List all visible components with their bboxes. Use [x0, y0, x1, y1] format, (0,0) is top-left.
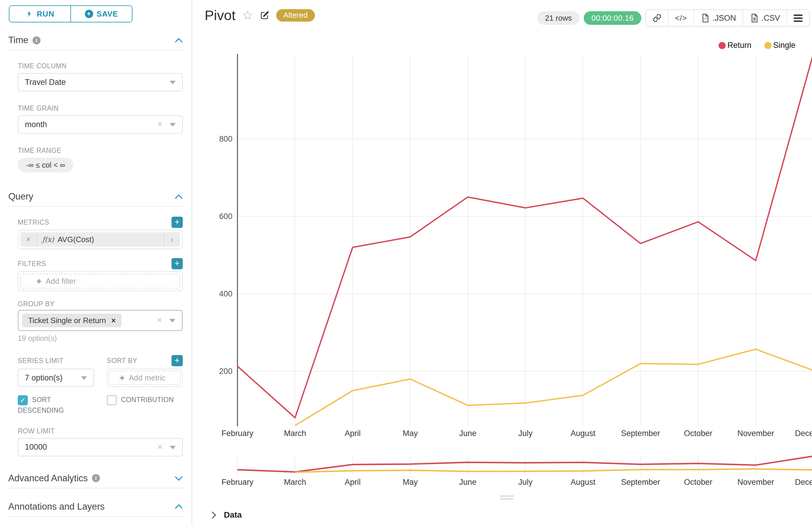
clear-icon[interactable]: ×: [157, 315, 162, 326]
remove-tag-icon[interactable]: ×: [111, 316, 116, 325]
group-by-select[interactable]: Ticket Single or Return × ×: [18, 310, 183, 331]
checkbox-unchecked-icon[interactable]: [107, 395, 117, 405]
divider: [8, 516, 184, 517]
more-options-button[interactable]: [786, 10, 809, 26]
add-filter-dropzone[interactable]: + Add filter: [20, 274, 180, 288]
time-range-label: TIME RANGE: [18, 147, 192, 155]
csv-file-icon: [750, 13, 759, 23]
group-by-tag-label: Ticket Single or Return: [28, 316, 106, 325]
time-column-select[interactable]: Travel Date: [18, 73, 183, 91]
svg-text:November: November: [737, 478, 774, 486]
add-metric-button[interactable]: +: [172, 217, 183, 228]
checkbox-checked-icon[interactable]: ✓: [18, 395, 28, 405]
legend-item-return[interactable]: Return: [719, 41, 751, 50]
clear-icon[interactable]: ×: [157, 119, 163, 130]
metric-value: AVG(Cost): [57, 235, 94, 244]
favorite-star-icon[interactable]: ☆: [242, 9, 253, 21]
row-limit-value: 10000: [25, 442, 47, 452]
query-timer-badge: 00:00:00.16: [584, 11, 641, 25]
section-header-time[interactable]: Time i: [8, 35, 184, 46]
svg-text:April: April: [344, 478, 360, 486]
remove-metric-icon[interactable]: ×: [20, 232, 37, 246]
svg-text:July: July: [518, 478, 533, 486]
brush-minichart[interactable]: FebruaryMarchAprilMayJuneJulyAugustSepte…: [207, 454, 812, 489]
run-button[interactable]: RUN: [10, 6, 70, 22]
query-section-title: Query: [8, 191, 33, 202]
section-header-annotations[interactable]: Annotations and Layers: [8, 501, 184, 512]
time-section-title: Time: [8, 35, 28, 46]
svg-text:</>: </>: [704, 17, 708, 20]
add-filter-button[interactable]: +: [172, 258, 183, 269]
run-save-button-group: RUN + SAVE: [9, 5, 132, 22]
section-header-query[interactable]: Query: [8, 191, 184, 202]
export-button-group: </> </> .JSON .CSV: [646, 10, 810, 27]
run-label: RUN: [37, 10, 54, 19]
chevron-down-icon[interactable]: [170, 123, 176, 126]
time-range-pill[interactable]: -∞ ≤ col < ∞: [18, 158, 73, 172]
chevron-down-icon[interactable]: [81, 376, 87, 380]
series-limit-select[interactable]: 7 option(s): [18, 369, 94, 387]
legend-dot-icon: [719, 42, 726, 49]
chart-legend: ReturnSingle: [719, 41, 795, 50]
chevron-right-icon: [209, 511, 216, 519]
resize-drag-handle[interactable]: [500, 495, 514, 499]
lightning-bolt-icon: [26, 10, 33, 18]
series-limit-value: 7 option(s): [25, 373, 63, 382]
export-csv-button[interactable]: .CSV: [742, 10, 786, 26]
svg-text:October: October: [684, 478, 712, 486]
svg-text:February: February: [221, 478, 254, 486]
chevron-down-icon[interactable]: [169, 319, 175, 322]
section-header-advanced-analytics[interactable]: Advanced Analytics i: [8, 473, 184, 484]
data-panel-toggle[interactable]: Data: [210, 510, 242, 520]
svg-text:July: July: [518, 429, 533, 438]
chevron-down-icon[interactable]: [170, 81, 176, 84]
clear-icon[interactable]: ×: [157, 441, 163, 452]
svg-text:August: August: [571, 429, 595, 438]
svg-text:September: September: [621, 478, 660, 486]
export-json-button[interactable]: </> .JSON: [693, 10, 742, 26]
chevron-right-icon[interactable]: ›: [163, 232, 180, 246]
svg-text:June: June: [459, 429, 477, 438]
json-file-icon: </>: [700, 13, 710, 23]
contribution-checkbox-item[interactable]: CONTRIBUTION: [107, 395, 174, 415]
time-grain-select[interactable]: month ×: [18, 115, 183, 134]
save-button[interactable]: + SAVE: [70, 6, 132, 22]
chevron-up-icon[interactable]: [175, 194, 183, 202]
add-metric-placeholder: Add metric: [129, 373, 166, 382]
add-filter-placeholder: Add filter: [46, 277, 76, 286]
advanced-analytics-title: Advanced Analytics: [8, 473, 88, 484]
share-link-button[interactable]: [646, 10, 668, 26]
chevron-up-icon[interactable]: [175, 504, 183, 512]
time-grain-value: month: [25, 120, 47, 129]
legend-item-single[interactable]: Single: [764, 41, 795, 50]
svg-text:December: December: [795, 429, 812, 438]
svg-text:200: 200: [219, 367, 233, 376]
chevron-up-icon[interactable]: [175, 38, 183, 46]
row-limit-label: ROW LIMIT: [18, 427, 192, 435]
edit-icon[interactable]: [260, 10, 270, 20]
plus-circle-icon: +: [85, 10, 93, 18]
add-sort-metric-button[interactable]: +: [172, 355, 183, 366]
annotations-title: Annotations and Layers: [8, 501, 105, 512]
fx-icon: ƒ(x): [42, 236, 54, 243]
svg-text:April: April: [344, 429, 360, 438]
metric-container: × ƒ(x) AVG(Cost) ›: [18, 230, 183, 249]
chevron-down-icon[interactable]: [175, 473, 183, 481]
svg-text:December: December: [795, 478, 812, 486]
chevron-down-icon[interactable]: [170, 446, 176, 449]
group-by-tag[interactable]: Ticket Single or Return ×: [22, 314, 121, 327]
svg-text:February: February: [221, 429, 254, 438]
row-limit-select[interactable]: 10000 ×: [18, 438, 183, 456]
code-icon: </>: [675, 14, 687, 23]
divider: [8, 488, 184, 488]
view-query-button[interactable]: </>: [668, 10, 694, 26]
sort-descending-checkbox-item[interactable]: ✓SORT DESCENDING: [18, 395, 107, 415]
link-icon: [653, 14, 662, 22]
svg-text:May: May: [403, 478, 418, 486]
svg-text:800: 800: [219, 135, 233, 144]
add-sort-metric-dropzone[interactable]: + Add metric: [109, 371, 181, 385]
line-chart[interactable]: FebruaryMarchAprilMayJuneJulyAugustSepte…: [207, 50, 812, 440]
svg-text:March: March: [284, 429, 306, 438]
control-panel: RUN + SAVE Time i TIME COLUMN Travel Dat…: [0, 0, 192, 525]
metric-pill[interactable]: × ƒ(x) AVG(Cost) ›: [20, 232, 180, 246]
